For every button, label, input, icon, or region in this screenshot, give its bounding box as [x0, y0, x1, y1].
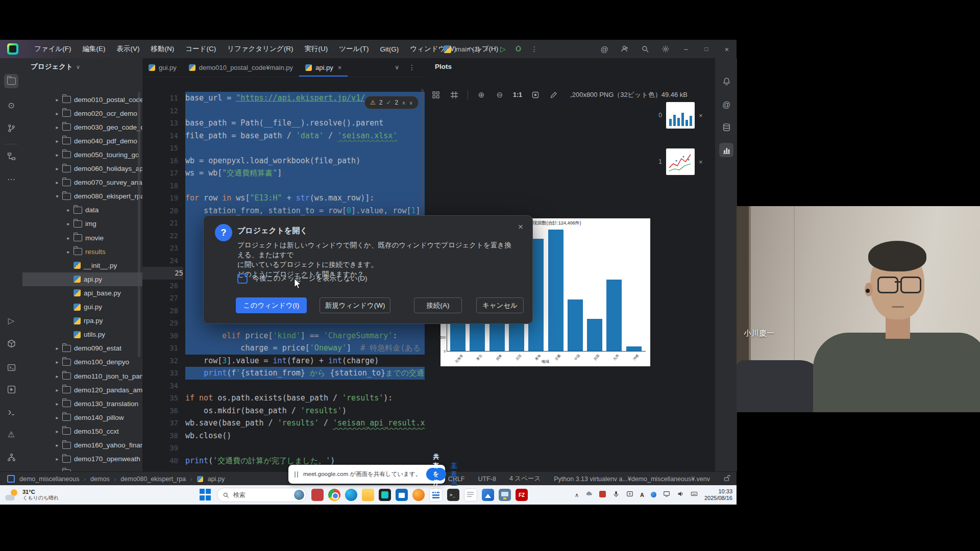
breadcrumb-item[interactable]: api.py	[208, 475, 225, 483]
next-problem-icon[interactable]: ∨	[409, 100, 413, 106]
taskbar-app-file-explorer[interactable]	[362, 489, 374, 501]
prev-problem-icon[interactable]: ∧	[402, 100, 405, 106]
gallery-grid-icon[interactable]	[431, 90, 441, 100]
tree-item-results[interactable]: ▸results	[22, 245, 143, 259]
project-folder-icon[interactable]	[4, 74, 18, 88]
line-number[interactable]: 12	[142, 105, 178, 117]
menu-item[interactable]: ツール(T)	[333, 44, 374, 54]
code-line-34[interactable]	[185, 380, 425, 392]
line-number[interactable]: 33	[142, 367, 178, 380]
taskbar-clock[interactable]: 10:33 2025/08/16	[704, 488, 732, 502]
taskbar-app-quick-assist[interactable]	[311, 489, 324, 501]
stop-sharing-button[interactable]: 共有を停止	[426, 468, 446, 481]
chevron-right-icon[interactable]: ▸	[54, 166, 61, 171]
branch-icon[interactable]	[4, 121, 18, 135]
chevron-right-icon[interactable]: ▸	[65, 235, 72, 241]
tree-item-__init__.py[interactable]: __init__.py	[22, 259, 143, 272]
taskbar-app-firefox[interactable]	[412, 489, 425, 501]
line-number[interactable]: 28	[142, 305, 178, 317]
tree-item-demo070_survey_anal[interactable]: ▸demo070_survey_anal	[22, 176, 143, 189]
close-tab-icon[interactable]: ×	[338, 64, 342, 71]
indent-widget[interactable]: 4 スペース	[509, 474, 541, 483]
chevron-right-icon[interactable]: ▸	[54, 401, 61, 407]
drag-grip-icon[interactable]	[295, 471, 298, 478]
taskbar-app-photos[interactable]	[482, 489, 494, 501]
interpreter-widget[interactable]: Python 3.13 virtualenv a...¥demo_miscell…	[554, 475, 710, 483]
encoding-widget[interactable]: UTF-8	[478, 475, 496, 483]
settings-gear-icon[interactable]	[661, 44, 670, 54]
run-tool-icon[interactable]: ▷	[4, 313, 18, 328]
menu-item[interactable]: 実行(U)	[299, 44, 333, 54]
tree-item-demo030_geo_code_d[interactable]: ▸demo030_geo_code_d	[22, 120, 143, 134]
menu-item[interactable]: Git(G)	[375, 45, 405, 53]
commit-icon[interactable]: ⊙	[4, 98, 18, 112]
version-control-icon[interactable]	[4, 450, 18, 464]
menu-item[interactable]: ファイル(F)	[29, 44, 77, 54]
code-line-13[interactable]: base_path = Path(__file__).resolve().par…	[185, 117, 425, 130]
cancel-button[interactable]: キャンセル	[476, 297, 524, 313]
scatter-chart-thumbnail[interactable]	[666, 148, 695, 175]
code-line-39[interactable]	[185, 442, 425, 455]
code-line-32[interactable]: row[3].value = int(fare) + int(charge)	[185, 355, 425, 367]
code-line-19[interactable]: for row in ws["E13:H" + str(ws.max_row)]…	[185, 192, 425, 205]
line-number[interactable]: 40	[142, 455, 178, 467]
tab-api-py[interactable]: api.py ×	[299, 58, 348, 77]
menu-item[interactable]: コード(C)	[180, 44, 222, 54]
line-number[interactable]: 34	[142, 380, 178, 392]
line-number[interactable]: 19	[142, 192, 178, 205]
line-number[interactable]: 37	[142, 417, 178, 430]
line-number[interactable]: 20	[142, 205, 178, 217]
tree-item-api_base.py[interactable]: api_base.py	[22, 286, 143, 300]
chevron-right-icon[interactable]: ▸	[54, 180, 61, 185]
security-badge-icon[interactable]	[599, 490, 606, 499]
taskbar-app-filezilla[interactable]: FZ	[516, 489, 528, 501]
code-line-35[interactable]: if not os.path.exists(base_path / 'resul…	[185, 392, 425, 405]
tree-item-demo020_ocr_demo[interactable]: ▸demo020_ocr_demo	[22, 107, 143, 120]
ai-assistant-icon[interactable]: @	[719, 98, 733, 112]
line-number[interactable]: 25	[142, 267, 183, 280]
close-icon[interactable]: ×	[722, 44, 731, 54]
tree-item-demo010_postal_code[interactable]: ▸demo010_postal_code	[22, 93, 143, 107]
bar-chart-thumbnail[interactable]	[666, 102, 695, 129]
menu-item[interactable]: 編集(E)	[77, 44, 111, 54]
chevron-down-icon[interactable]: ▾	[54, 193, 61, 199]
chevron-right-icon[interactable]: ▸	[65, 249, 72, 255]
line-number[interactable]: 14	[142, 130, 178, 142]
tree-item-demo040_pdf_demo[interactable]: ▸demo040_pdf_demo	[22, 134, 143, 148]
chevron-right-icon[interactable]: ▸	[54, 345, 61, 351]
chevron-right-icon[interactable]: ▸	[65, 207, 72, 213]
project-panel-header[interactable]: プロジェクト ∨	[31, 62, 80, 71]
run-config-selector[interactable]: main (1)	[456, 45, 480, 53]
attach-button[interactable]: 接続(A)	[414, 297, 462, 313]
tree-item-demo170_openweath[interactable]: ▸demo170_openweath	[22, 452, 143, 466]
monitor-icon[interactable]	[663, 490, 670, 499]
terminal-icon[interactable]	[4, 405, 18, 419]
services-icon[interactable]	[4, 382, 18, 396]
search-icon[interactable]	[641, 44, 650, 54]
speaker-icon[interactable]	[677, 490, 684, 499]
chevron-right-icon[interactable]: ▸	[54, 387, 61, 393]
breadcrumb-item[interactable]: demo080_ekispert_rpa	[120, 475, 186, 483]
tree-item-partial[interactable]: ▸	[22, 466, 143, 471]
taskbar-app-chrome[interactable]	[328, 489, 340, 501]
taskbar-app-terminal[interactable]: >_	[447, 489, 459, 501]
breadcrumb-item[interactable]: demos	[90, 475, 110, 483]
new-window-button[interactable]: 新規ウィンドウ(W)	[320, 297, 390, 313]
tree-item-img[interactable]: ▸img	[22, 217, 143, 231]
add-user-icon[interactable]	[620, 44, 629, 54]
code-line-18[interactable]	[185, 180, 425, 192]
tree-item-rpa.py[interactable]: rpa.py	[22, 314, 143, 328]
chevron-right-icon[interactable]: ▸	[54, 138, 61, 144]
notifications-bell-icon[interactable]	[719, 74, 733, 88]
inspections-widget[interactable]: ⚠2 ✓2 ∧ ∨	[364, 96, 419, 109]
line-number[interactable]: 16	[142, 155, 178, 167]
microphone-icon[interactable]	[612, 490, 620, 499]
tree-item-demo120_pandas_am[interactable]: ▸demo120_pandas_am	[22, 383, 143, 397]
weather-widget[interactable]: 31°C くもりのち晴れ	[5, 489, 59, 501]
tree-item-gui.py[interactable]: gui.py	[22, 300, 143, 314]
hidden-icons-chevron[interactable]: ∧	[575, 492, 579, 498]
edit-pencil-icon[interactable]	[549, 90, 559, 100]
dialog-close-icon[interactable]: ×	[518, 222, 523, 232]
line-number[interactable]: 36	[142, 405, 178, 417]
line-number[interactable]: 18	[142, 180, 178, 192]
